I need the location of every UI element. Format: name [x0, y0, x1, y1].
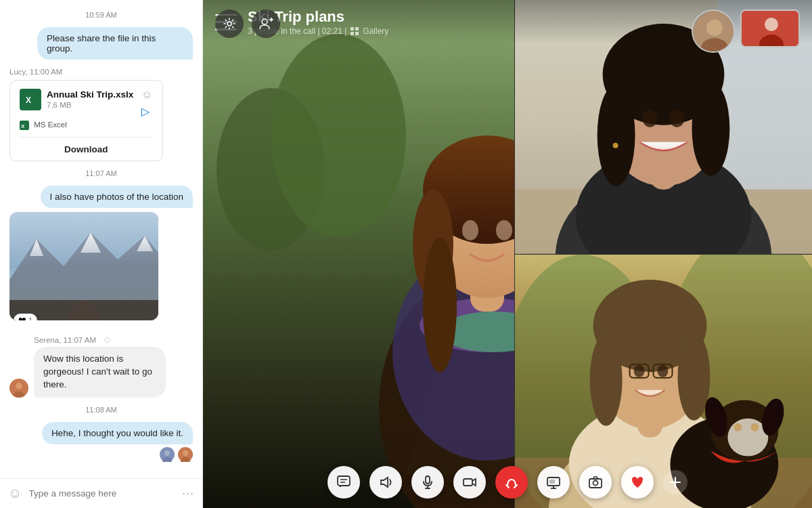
add-person-icon: [258, 16, 273, 31]
thumb-person-2[interactable]: [740, 9, 800, 47]
svg-point-35: [462, 220, 478, 240]
file-name: Annual Ski Trip.xslx: [47, 89, 133, 101]
emoji-button[interactable]: ☺: [8, 486, 22, 501]
participant-thumbnails: [692, 9, 800, 53]
svg-point-73: [634, 364, 645, 377]
chat-panel: 10:59 AM Please share the file in this g…: [0, 0, 203, 508]
end-call-button[interactable]: [495, 466, 528, 499]
chat-button[interactable]: [328, 466, 360, 499]
snapshot-button[interactable]: [579, 466, 612, 499]
svg-rect-93: [426, 476, 430, 484]
settings-button[interactable]: [215, 9, 244, 38]
photo-bubble[interactable]: ❤ 1: [9, 212, 158, 320]
photo-message: ❤ 1: [9, 212, 158, 320]
call-controls-top: [215, 9, 494, 38]
serena-emoji-icon[interactable]: ☺: [102, 334, 112, 345]
bubble-photos: I also have photos of the location: [41, 186, 193, 208]
svg-point-58: [613, 143, 618, 148]
excel-icon: X: [20, 89, 41, 110]
heart-reaction: ❤: [18, 315, 26, 320]
svg-text:X: X: [21, 123, 25, 129]
speaker-button[interactable]: [369, 466, 402, 499]
svg-point-83: [706, 20, 723, 36]
svg-point-57: [669, 110, 684, 127]
sender-info-lucy: Lucy, 11:00 AM: [9, 68, 193, 76]
file-attachment-card: X Annual Ski Trip.xslx 7,6 MB ☺ ▷ X MS E…: [9, 80, 163, 161]
chat-icon: [336, 475, 351, 490]
bubble-hehe: Hehe, I thought you would like it.: [42, 422, 193, 444]
lucy-name-time: Lucy, 11:00 AM: [9, 68, 62, 76]
video-call-panel: Ski Trip plans 3 people in the call | 02…: [203, 0, 812, 508]
reaction-count: 1: [28, 316, 32, 320]
svg-rect-96: [464, 479, 472, 486]
heart-icon: [630, 475, 645, 490]
serena-bubble: Wow this location is gorgeous! I can't w…: [34, 347, 166, 398]
video-icon: [462, 475, 477, 490]
video-button[interactable]: [453, 466, 486, 499]
serena-message-group: Serena, 11:07 AM ☺ Wow this location is …: [9, 334, 193, 398]
svg-point-41: [227, 22, 231, 26]
avatar-thumb-1: [160, 447, 175, 462]
photo-reaction: ❤ 1: [14, 314, 37, 320]
svg-point-54: [597, 85, 635, 186]
svg-point-18: [183, 450, 188, 456]
call-controls-bottom: [203, 466, 812, 499]
snapshot-icon: [588, 475, 603, 490]
svg-point-56: [643, 110, 658, 127]
file-info: Annual Ski Trip.xslx 7,6 MB: [47, 89, 133, 109]
screen-share-icon: [546, 475, 561, 490]
svg-line-98: [514, 485, 517, 488]
svg-rect-100: [549, 480, 555, 484]
svg-point-68: [590, 333, 623, 425]
svg-point-78: [734, 423, 742, 431]
plus-button[interactable]: [663, 470, 687, 494]
timestamp-1107: 11:07 AM: [9, 169, 193, 177]
forward-icon[interactable]: ▷: [141, 105, 152, 118]
svg-line-97: [506, 485, 509, 488]
svg-point-42: [262, 19, 267, 24]
settings-icon: [223, 17, 236, 30]
emoji-reaction-icon[interactable]: ☺: [141, 89, 152, 101]
avatar-thumb-2: [178, 447, 193, 462]
add-person-button[interactable]: [252, 9, 280, 38]
svg-point-12: [16, 383, 22, 389]
end-call-icon: [503, 474, 520, 490]
file-size: 7,6 MB: [47, 101, 133, 109]
mic-icon: [420, 475, 435, 490]
thumb-person-1[interactable]: [692, 9, 735, 53]
download-button[interactable]: Download: [20, 144, 153, 154]
timestamp-1059: 10:59 AM: [9, 11, 193, 19]
mic-button[interactable]: [411, 466, 444, 499]
speaker-icon: [378, 475, 393, 490]
bubble-share-file: Please share the file in this group.: [37, 27, 193, 60]
svg-point-15: [164, 450, 170, 456]
file-card-actions: Download: [20, 137, 153, 161]
timestamp-1108: 11:08 AM: [9, 406, 193, 414]
svg-point-34: [423, 237, 457, 373]
svg-point-55: [692, 81, 729, 176]
side-videos: [514, 0, 812, 508]
svg-point-79: [750, 423, 759, 431]
svg-point-87: [765, 18, 778, 31]
chat-input-area: ☺ ···: [0, 478, 202, 508]
svg-point-36: [496, 220, 512, 240]
svg-point-74: [658, 364, 669, 377]
svg-point-104: [593, 481, 598, 486]
svg-point-22: [271, 34, 406, 237]
plus-icon: [669, 475, 682, 489]
serena-name-time: Serena, 11:07 AM ☺: [34, 334, 166, 345]
more-options-button[interactable]: ···: [182, 486, 194, 501]
svg-marker-92: [381, 478, 388, 487]
message-input[interactable]: [28, 488, 175, 499]
screen-share-button[interactable]: [537, 466, 570, 499]
serena-avatar: [9, 379, 28, 398]
chat-messages: 10:59 AM Please share the file in this g…: [0, 0, 202, 478]
svg-text:X: X: [26, 96, 31, 105]
heart-button[interactable]: [621, 466, 654, 499]
svg-rect-89: [338, 476, 350, 486]
file-app-label: X MS Excel: [20, 121, 153, 130]
